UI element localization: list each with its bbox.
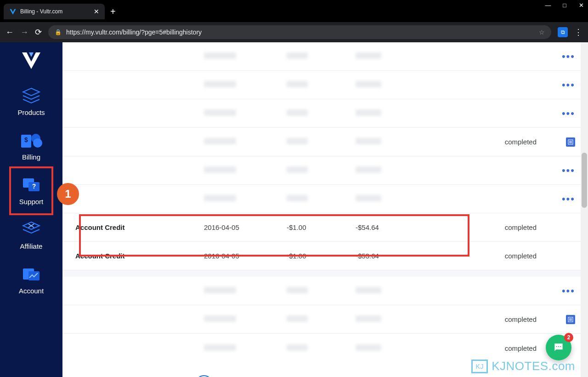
- tab-title: Billing - Vultr.com: [20, 8, 62, 15]
- extension-icon[interactable]: ⧉: [558, 27, 568, 37]
- browser-toolbar: ← → ⟳ 🔒 https://my.vultr.com/billing/?pg…: [0, 22, 588, 42]
- redacted-text: [287, 287, 308, 293]
- sidebar-item-billing[interactable]: $ Billing: [0, 125, 62, 169]
- redacted-text: [356, 52, 381, 59]
- redacted-text: [204, 109, 236, 116]
- chat-icon: [553, 342, 565, 354]
- redacted-text: [356, 195, 381, 201]
- row-description: Account Credit: [75, 223, 204, 231]
- redacted-text: [204, 138, 236, 144]
- redacted-text: [204, 166, 236, 173]
- redacted-text: [356, 109, 381, 116]
- sidebar-item-account[interactable]: Account: [0, 258, 62, 303]
- new-tab-button[interactable]: +: [110, 6, 116, 17]
- billing-icon: $: [19, 131, 43, 149]
- svg-point-19: [560, 346, 561, 347]
- page-number[interactable]: 1: [104, 375, 120, 377]
- sidebar-item-label: Billing: [22, 153, 40, 161]
- row-date: 2016-04-05: [204, 223, 287, 231]
- sidebar-item-label: Account: [19, 287, 44, 295]
- pagination: < 1 2 3 4 5 >: [62, 362, 588, 377]
- redacted-text: [356, 81, 381, 87]
- invoice-doc-icon[interactable]: [566, 137, 575, 147]
- table-row[interactable]: completed: [62, 334, 588, 362]
- invoice-doc-icon[interactable]: [566, 315, 575, 324]
- table-row-credit[interactable]: Account Credit 2016-04-05 -$1.00 -$54.64…: [62, 213, 588, 242]
- row-actions-icon[interactable]: •••: [562, 51, 575, 62]
- svg-text:?: ?: [32, 183, 36, 190]
- page-prev[interactable]: <: [81, 375, 97, 377]
- redacted-text: [204, 195, 236, 201]
- row-actions-icon[interactable]: •••: [562, 165, 575, 176]
- page-number[interactable]: 3: [150, 375, 166, 377]
- status-text: completed: [429, 315, 548, 323]
- table-row-credit[interactable]: Account Credit 2016-04-05 -$1.00 -$53.64…: [62, 242, 588, 270]
- page-content: Products $ Billing ? Support: [0, 42, 588, 377]
- window-titlebar: Billing - Vultr.com ✕ + — □ ✕: [0, 0, 588, 22]
- browser-menu-icon[interactable]: ⋮: [574, 27, 582, 37]
- sidebar-item-label: Affiliate: [20, 242, 43, 250]
- back-button[interactable]: ←: [6, 28, 14, 37]
- redacted-text: [356, 315, 381, 322]
- billing-history-table: ••• ••• •••: [62, 42, 588, 362]
- browser-tab[interactable]: Billing - Vultr.com ✕: [4, 4, 105, 19]
- row-actions-icon[interactable]: •••: [562, 285, 575, 297]
- table-row[interactable]: •••: [62, 99, 588, 128]
- sidebar: Products $ Billing ? Support: [0, 42, 62, 377]
- tab-close-icon[interactable]: ✕: [94, 8, 99, 15]
- svg-point-18: [558, 346, 559, 347]
- table-row[interactable]: •••: [62, 156, 588, 185]
- account-icon: [20, 265, 42, 283]
- svg-point-3: [33, 138, 42, 148]
- status-text: completed: [429, 344, 548, 352]
- table-row[interactable]: •••: [62, 270, 588, 305]
- affiliate-icon: [21, 220, 41, 239]
- support-icon: ?: [20, 176, 42, 194]
- table-row[interactable]: •••: [62, 42, 588, 71]
- svg-point-17: [556, 346, 557, 347]
- page-number[interactable]: 4: [173, 375, 189, 377]
- forward-button[interactable]: →: [20, 28, 28, 37]
- sidebar-item-support[interactable]: ? Support: [0, 169, 62, 214]
- redacted-text: [204, 52, 236, 59]
- vultr-logo-icon[interactable]: [20, 51, 42, 70]
- redacted-text: [287, 81, 308, 87]
- sidebar-item-affiliate[interactable]: Affiliate: [0, 214, 62, 258]
- row-balance: -$54.64: [356, 223, 429, 231]
- redacted-text: [287, 138, 308, 144]
- redacted-text: [204, 287, 236, 293]
- scrollbar[interactable]: [581, 42, 588, 377]
- row-description: Account Credit: [75, 252, 204, 260]
- row-actions-icon[interactable]: •••: [562, 79, 575, 91]
- reload-button[interactable]: ⟳: [35, 27, 42, 37]
- maximize-button[interactable]: □: [561, 2, 568, 9]
- sidebar-item-products[interactable]: Products: [0, 80, 62, 125]
- main-content: ••• ••• •••: [62, 42, 588, 377]
- row-actions-icon[interactable]: •••: [562, 108, 575, 119]
- table-row[interactable]: completed: [62, 305, 588, 334]
- sidebar-item-label: Products: [17, 109, 45, 116]
- bookmark-star-icon[interactable]: ☆: [539, 29, 545, 36]
- row-amount: -$1.00: [287, 223, 356, 231]
- redacted-text: [356, 166, 381, 173]
- page-next[interactable]: >: [219, 375, 235, 377]
- chat-fab[interactable]: 2: [546, 335, 571, 360]
- minimize-button[interactable]: —: [545, 2, 551, 9]
- row-date: 2016-04-05: [204, 252, 287, 260]
- close-window-button[interactable]: ✕: [578, 2, 584, 9]
- table-row[interactable]: •••: [62, 71, 588, 99]
- table-row[interactable]: completed: [62, 128, 588, 156]
- scrollbar-thumb[interactable]: [582, 153, 587, 208]
- page-number[interactable]: 2: [127, 375, 143, 377]
- status-text: completed: [429, 252, 548, 260]
- chat-badge: 2: [564, 333, 573, 342]
- redacted-text: [356, 344, 381, 351]
- redacted-text: [287, 52, 308, 59]
- redacted-text: [356, 287, 381, 293]
- row-actions-icon[interactable]: •••: [562, 193, 575, 205]
- address-bar[interactable]: 🔒 https://my.vultr.com/billing/?pge=5#bi…: [48, 25, 551, 39]
- redacted-text: [287, 315, 308, 322]
- page-number-current[interactable]: 5: [196, 375, 212, 377]
- row-amount: -$1.00: [287, 252, 356, 260]
- table-row[interactable]: •••: [62, 185, 588, 213]
